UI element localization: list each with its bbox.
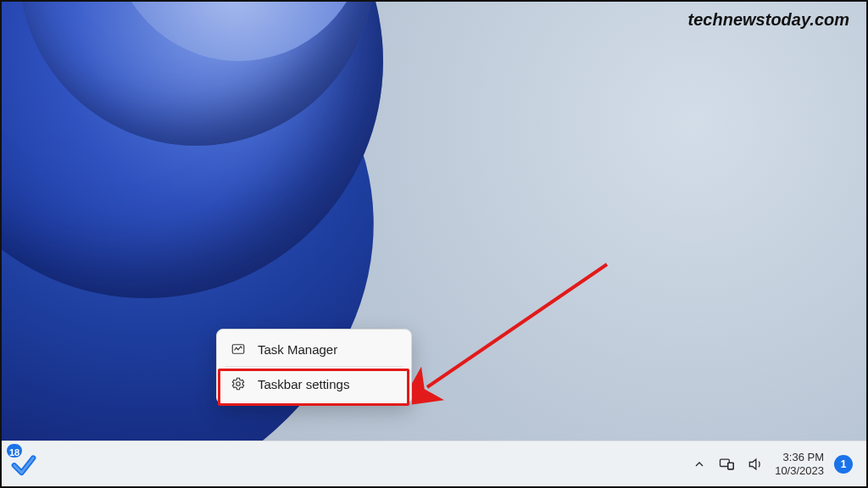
taskbar[interactable]: 18 [2, 441, 866, 486]
gear-icon [231, 376, 246, 391]
menu-separator [225, 366, 403, 367]
network-icon[interactable] [717, 455, 736, 474]
notification-badge[interactable]: 1 [834, 455, 853, 474]
system-tray: 3:36 PM 10/3/2023 1 [692, 451, 866, 478]
menu-item-taskbar-settings[interactable]: Taskbar settings [222, 369, 406, 398]
todo-app-icon[interactable]: 18 [7, 447, 41, 481]
menu-item-task-manager[interactable]: Task Manager [222, 335, 406, 363]
date-text: 10/3/2023 [775, 464, 824, 478]
taskbar-left: 18 [2, 447, 41, 481]
chevron-up-icon[interactable] [692, 457, 707, 472]
menu-item-label: Taskbar settings [258, 377, 349, 391]
desktop-wallpaper[interactable] [2, 2, 866, 486]
source-watermark: technewstoday.com [688, 10, 849, 30]
svg-rect-4 [728, 463, 734, 469]
svg-point-1 [236, 382, 241, 386]
clock[interactable]: 3:36 PM 10/3/2023 [775, 451, 824, 478]
task-manager-icon [231, 341, 246, 357]
taskbar-context-menu: Task Manager Taskbar settings [216, 329, 412, 404]
menu-item-label: Task Manager [258, 342, 337, 357]
screenshot-frame: technewstoday.com Task Manager Taskbar s… [0, 0, 868, 488]
todo-badge: 18 [5, 442, 24, 459]
time-text: 3:36 PM [775, 451, 824, 464]
volume-icon[interactable] [746, 455, 765, 474]
